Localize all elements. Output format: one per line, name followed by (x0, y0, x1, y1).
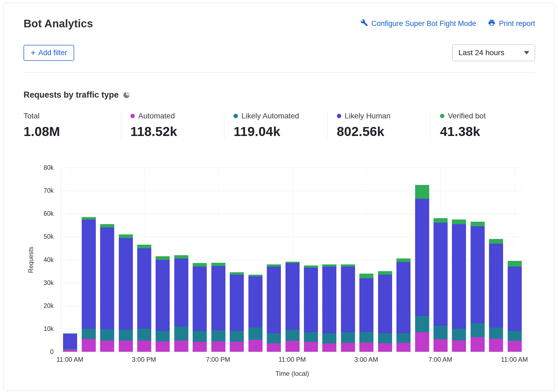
bar-segment (341, 332, 355, 343)
bar[interactable] (230, 272, 244, 352)
bar-segment (230, 342, 244, 352)
bar-segment (82, 220, 96, 329)
bar[interactable] (359, 274, 373, 352)
configure-link-label: Configure Super Bot Fight Mode (371, 19, 476, 28)
bar[interactable] (304, 265, 318, 352)
stat-likely-human: Likely Human 802.56k (327, 112, 431, 139)
stat-automated-value: 118.52k (130, 124, 219, 139)
stat-likely-automated-value: 119.04k (234, 124, 322, 139)
bar-segment (415, 199, 429, 316)
bar[interactable] (396, 258, 411, 352)
bar-segment (211, 266, 225, 330)
y-tick-label: 30k (44, 279, 54, 286)
time-range-select[interactable]: Last 24 hours (452, 44, 535, 61)
bar-segment (156, 341, 170, 352)
bar[interactable] (63, 333, 77, 352)
x-tick-label: 3:00 PM (132, 356, 156, 363)
bar-segment (489, 328, 503, 339)
bar-segment (230, 275, 244, 331)
bar[interactable] (100, 224, 114, 352)
bar-segment (211, 263, 225, 266)
bar-segment (508, 261, 522, 267)
bar-segment (489, 239, 503, 244)
bar-segment (211, 330, 225, 341)
pie-chart-icon[interactable] (123, 91, 130, 99)
automated-legend-dot (130, 114, 135, 118)
bar-segment (359, 343, 373, 352)
bar-segment (193, 263, 207, 267)
bar[interactable] (415, 185, 429, 352)
bar-segment (119, 234, 133, 238)
likely-human-legend-dot (337, 114, 341, 118)
bar[interactable] (508, 261, 522, 352)
bar-segment (63, 334, 77, 348)
bar-segment (193, 267, 207, 331)
bar[interactable] (434, 218, 448, 352)
bar-segment (471, 323, 485, 337)
wrench-icon (360, 19, 368, 28)
page-title: Bot Analytics (24, 18, 93, 30)
stat-total-label: Total (24, 112, 40, 120)
print-report-link[interactable]: Print report (488, 19, 535, 28)
bar[interactable] (341, 264, 355, 352)
x-tick-label: 7:00 AM (428, 356, 452, 363)
bar-segment (230, 331, 244, 342)
bar-segment (193, 342, 207, 352)
bar-segment (378, 271, 392, 275)
bar-segment (304, 268, 318, 332)
bar-segment (137, 341, 151, 352)
bar[interactable] (248, 275, 262, 352)
bar[interactable] (119, 234, 133, 352)
y-tick-label: 80k (44, 164, 54, 171)
y-tick-label: 40k (44, 256, 54, 263)
bar-segment (471, 222, 485, 226)
bar-segment (156, 331, 170, 341)
bar[interactable] (267, 264, 281, 352)
bar-segment (452, 220, 466, 224)
add-filter-button[interactable]: + Add filter (24, 45, 74, 61)
bar-segment (378, 343, 392, 352)
bar-segment (378, 333, 392, 343)
time-range-value: Last 24 hours (458, 48, 504, 57)
bar-segment (396, 262, 411, 333)
bar[interactable] (285, 262, 300, 352)
bar-segment (471, 226, 485, 323)
bar[interactable] (174, 255, 188, 352)
bar[interactable] (156, 256, 170, 352)
plot-area (61, 168, 524, 352)
bar-segment (285, 330, 300, 341)
bar-segment (434, 326, 448, 339)
bar-segment (489, 244, 503, 328)
bar-segment (508, 267, 522, 331)
bar-segment (359, 332, 373, 343)
bar-segment (174, 326, 188, 341)
bar[interactable] (193, 263, 207, 352)
bar-segment (174, 255, 188, 259)
bar[interactable] (211, 263, 225, 352)
bar-segment (285, 263, 300, 330)
y-tick-label: 70k (44, 187, 54, 194)
bar-segment (396, 258, 411, 262)
bar[interactable] (471, 222, 485, 352)
requests-chart: Requests 010k20k30k40k50k60k70k80k 11:00… (24, 168, 535, 384)
bar[interactable] (489, 239, 503, 352)
stat-verified-bot-label: Verified bot (448, 112, 486, 120)
bar[interactable] (82, 217, 96, 352)
bar-segment (508, 341, 522, 352)
y-tick-label: 50k (44, 233, 54, 240)
bar[interactable] (137, 245, 151, 352)
stat-total-value: 1.08M (24, 124, 116, 139)
bar[interactable] (452, 220, 466, 352)
bar-segment (137, 248, 151, 329)
bar[interactable] (322, 264, 336, 352)
y-tick-label: 0 (50, 348, 54, 356)
bar-segment (63, 350, 77, 352)
configure-super-bot-fight-mode-link[interactable]: Configure Super Bot Fight Mode (360, 19, 476, 28)
bar-segment (82, 329, 96, 339)
verified-bot-legend-dot (440, 114, 444, 118)
bar[interactable] (378, 271, 392, 352)
bar-segment (193, 331, 207, 342)
bar-segment (304, 265, 318, 268)
bar-segment (82, 217, 96, 220)
bar-segment (156, 256, 170, 260)
